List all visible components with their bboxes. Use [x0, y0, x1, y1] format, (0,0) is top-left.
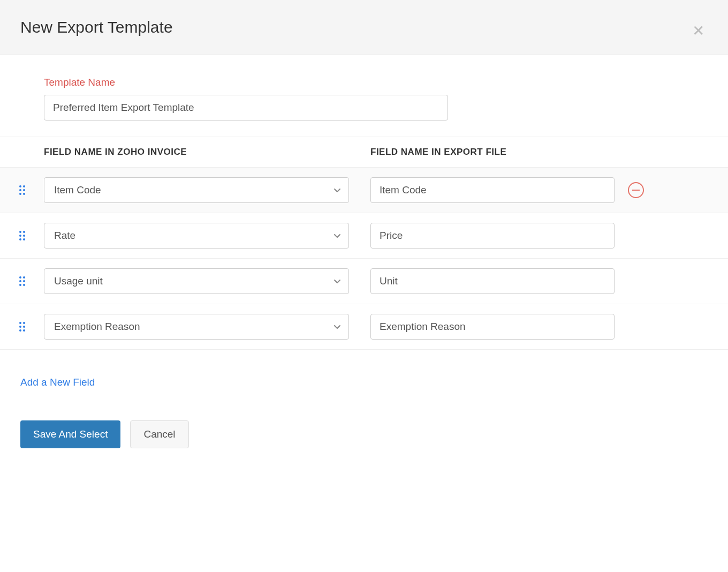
field-row: Item Code — [0, 168, 728, 213]
field-row: Usage unit — [0, 259, 728, 304]
export-field-input[interactable] — [370, 223, 615, 249]
export-field-input[interactable] — [370, 314, 615, 340]
modal-title: New Export Template — [20, 18, 708, 36]
footer: Save And Select Cancel — [0, 388, 728, 480]
add-new-field-link[interactable]: Add a New Field — [20, 377, 95, 388]
zoho-field-select[interactable]: Usage unit — [44, 268, 349, 294]
drag-handle-icon[interactable] — [0, 322, 44, 332]
zoho-field-select[interactable]: Exemption Reason — [44, 314, 349, 340]
export-field-input[interactable] — [370, 177, 615, 203]
column-header-export: FIELD NAME IN EXPORT FILE — [370, 147, 506, 157]
drag-handle-icon[interactable] — [0, 276, 44, 286]
zoho-field-select[interactable]: Rate — [44, 223, 349, 249]
column-header-zoho: FIELD NAME IN ZOHO INVOICE — [44, 147, 187, 157]
template-name-section: Template Name — [0, 55, 728, 137]
field-row: Rate — [0, 213, 728, 259]
template-name-label: Template Name — [44, 77, 708, 88]
zoho-field-select[interactable]: Item Code — [44, 177, 349, 203]
export-field-input[interactable] — [370, 268, 615, 294]
drag-handle-icon[interactable] — [0, 185, 44, 195]
drag-handle-icon[interactable] — [0, 231, 44, 240]
cancel-button[interactable]: Cancel — [130, 420, 188, 448]
field-row: Exemption Reason — [0, 304, 728, 350]
modal-header: New Export Template ✕ — [0, 0, 728, 55]
template-name-input[interactable] — [44, 95, 448, 121]
close-icon[interactable]: ✕ — [692, 24, 704, 39]
save-and-select-button[interactable]: Save And Select — [20, 420, 120, 448]
remove-row-icon[interactable] — [628, 182, 644, 198]
table-header: FIELD NAME IN ZOHO INVOICE FIELD NAME IN… — [0, 137, 728, 168]
